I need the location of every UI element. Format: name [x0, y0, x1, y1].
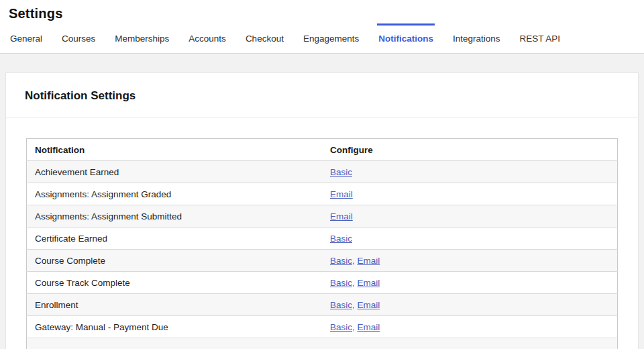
- configure-cell: Basic: [322, 228, 618, 250]
- notification-name: Gateway: Manual - Payment Due: [27, 316, 323, 338]
- configure-link-separator: ,: [352, 256, 358, 266]
- tab-accounts[interactable]: Accounts: [187, 23, 227, 53]
- configure-link-basic[interactable]: Basic: [330, 300, 352, 310]
- notification-name: Course Track Complete: [27, 272, 323, 294]
- configure-link-email[interactable]: Email: [358, 300, 380, 310]
- notification-name: Course Complete: [27, 250, 323, 272]
- table-row: Assignments: Assignment GradedEmail: [27, 183, 618, 205]
- notification-name: Enrollment: [27, 294, 323, 316]
- table-wrapper: Notification Configure Achievement Earne…: [6, 117, 638, 349]
- configure-link-email[interactable]: Email: [358, 322, 380, 332]
- tab-bar: GeneralCoursesMembershipsAccountsCheckou…: [0, 23, 644, 54]
- configure-link-basic[interactable]: Basic: [330, 256, 352, 266]
- tab-rest-api[interactable]: REST API: [519, 23, 562, 53]
- table-header: Notification Configure: [27, 139, 618, 161]
- notification-name: Achievement Earned: [27, 161, 323, 183]
- notification-name: Assignments: Assignment Graded: [27, 183, 323, 205]
- tab-courses[interactable]: Courses: [60, 23, 97, 53]
- tab-engagements[interactable]: Engagements: [302, 23, 360, 53]
- page-header: Settings: [0, 0, 644, 23]
- column-header-configure: Configure: [322, 139, 618, 161]
- table-row-partial: [27, 338, 618, 349]
- notifications-table: Notification Configure Achievement Earne…: [26, 138, 618, 349]
- configure-link-separator: ,: [352, 322, 358, 332]
- configure-link-basic[interactable]: Basic: [330, 234, 352, 244]
- configure-link-email[interactable]: Email: [358, 278, 380, 288]
- configure-cell: Basic, Email: [322, 294, 618, 316]
- page-title: Settings: [9, 6, 635, 21]
- tab-memberships[interactable]: Memberships: [113, 23, 170, 53]
- notification-settings-card: Notification Settings Notification Confi…: [5, 72, 639, 349]
- configure-link-basic[interactable]: Basic: [330, 322, 352, 332]
- table-row: Achievement EarnedBasic: [27, 161, 618, 183]
- notification-name: Assignments: Assignment Submitted: [27, 205, 323, 228]
- column-header-notification: Notification: [27, 139, 323, 161]
- configure-cell: Email: [322, 183, 618, 205]
- notification-name: Certificate Earned: [27, 228, 323, 250]
- configure-link-basic[interactable]: Basic: [330, 167, 352, 177]
- configure-link-separator: ,: [352, 300, 358, 310]
- notification-name: [27, 338, 323, 349]
- table-row: Course CompleteBasic, Email: [27, 250, 618, 272]
- table-row: EnrollmentBasic, Email: [27, 294, 618, 316]
- configure-link-basic[interactable]: Basic: [330, 278, 352, 288]
- tab-checkout[interactable]: Checkout: [244, 23, 285, 53]
- configure-link-email[interactable]: Email: [330, 189, 353, 199]
- configure-link-email[interactable]: Email: [330, 211, 353, 221]
- configure-link-email[interactable]: Email: [358, 256, 380, 266]
- table-body: Achievement EarnedBasicAssignments: Assi…: [27, 161, 618, 349]
- configure-cell: Basic, Email: [322, 250, 618, 272]
- card-title: Notification Settings: [6, 73, 638, 117]
- table-row: Gateway: Manual - Payment DueBasic, Emai…: [27, 316, 618, 338]
- table-header-row: Notification Configure: [27, 139, 618, 161]
- configure-cell: [322, 338, 618, 349]
- configure-cell: Basic, Email: [322, 272, 618, 294]
- configure-cell: Email: [322, 205, 618, 228]
- table-row: Certificate EarnedBasic: [27, 228, 618, 250]
- content-area: Notification Settings Notification Confi…: [0, 54, 644, 349]
- tab-integrations[interactable]: Integrations: [451, 23, 502, 53]
- configure-link-separator: ,: [352, 278, 358, 288]
- tab-general[interactable]: General: [9, 23, 44, 53]
- configure-cell: Basic: [322, 161, 618, 183]
- table-row: Course Track CompleteBasic, Email: [27, 272, 618, 294]
- table-row: Assignments: Assignment SubmittedEmail: [27, 205, 618, 228]
- configure-cell: Basic, Email: [322, 316, 618, 338]
- tab-notifications[interactable]: Notifications: [377, 23, 435, 53]
